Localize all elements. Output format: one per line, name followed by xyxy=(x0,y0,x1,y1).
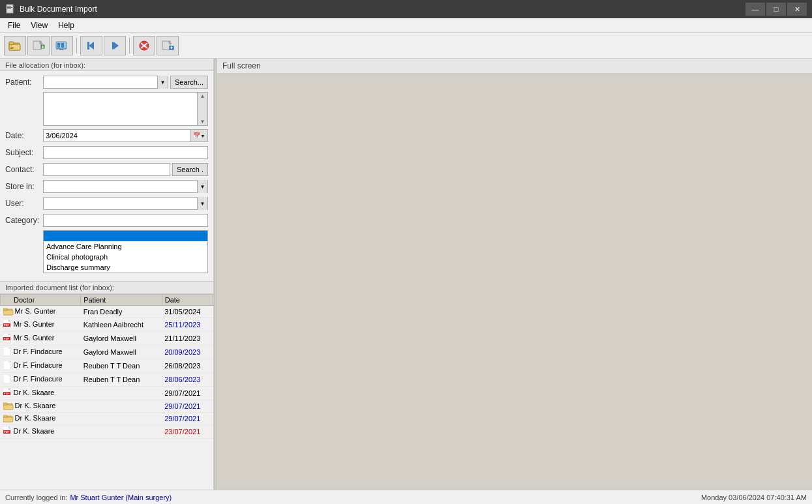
menu-file[interactable]: File xyxy=(3,20,25,31)
store-in-row: Store in: ▼ xyxy=(5,179,208,194)
doc-icon-cell: PDFDr K. Skaare xyxy=(1,425,81,439)
open-folder-btn[interactable] xyxy=(4,36,26,55)
svg-rect-8 xyxy=(10,47,14,48)
prev-btn[interactable] xyxy=(80,36,102,55)
doc-doctor: Dr K. Skaare xyxy=(14,389,55,396)
app-icon xyxy=(5,4,16,14)
patient-label: Patient: xyxy=(5,78,43,87)
doc-doctor: Mr S. Gunter xyxy=(14,334,55,342)
doc-date: 26/08/2023 xyxy=(162,359,213,373)
svg-rect-7 xyxy=(10,46,12,46)
table-row[interactable]: PDFMr S. GunterGaylord Maxwell21/11/2023 xyxy=(1,332,213,346)
doc-date: 29/07/2021 xyxy=(162,400,213,413)
category-input[interactable] xyxy=(43,214,208,227)
doc-date: 31/05/2024 xyxy=(162,306,213,318)
doc-date: 25/11/2023 xyxy=(162,318,213,332)
scroll-up-arrow[interactable]: ▲ xyxy=(200,93,205,99)
table-row[interactable]: Mr S. GunterFran Deadly31/05/2024 xyxy=(1,306,213,318)
doc-icon xyxy=(3,375,14,383)
svg-rect-57 xyxy=(3,417,13,422)
maximize-button[interactable]: □ xyxy=(766,3,786,16)
doc-patient xyxy=(81,400,162,413)
svg-rect-19 xyxy=(59,49,63,50)
table-row[interactable]: PDFDr K. Skaare29/07/2021 xyxy=(1,387,213,400)
patient-notes-wrapper: ▲ ▼ xyxy=(43,92,208,126)
doc-patient: Reuben T T Dean xyxy=(81,359,162,373)
patient-select[interactable] xyxy=(43,76,168,89)
doc-doctor: Dr K. Skaare xyxy=(15,402,56,409)
patient-notes-textarea[interactable] xyxy=(43,92,198,126)
doc-icon-cell: PDFMr S. Gunter xyxy=(1,332,81,346)
date-input[interactable] xyxy=(43,129,190,142)
doc-icon: PDF xyxy=(3,320,14,328)
status-left: Currently logged in: Mr Stuart Gunter (M… xyxy=(5,494,172,501)
nav-btn[interactable] xyxy=(104,36,126,55)
doc-icon-cell: Dr K. Skaare xyxy=(1,413,81,425)
table-row[interactable]: PDFMr S. GunterKathleen Aalbrecht25/11/2… xyxy=(1,318,213,332)
docs-table-wrapper: Doctor Patient Date Mr S. GunterFran Dea… xyxy=(0,294,213,490)
svg-rect-33 xyxy=(3,310,13,315)
patient-search-button[interactable]: Search... xyxy=(170,76,208,89)
doc-icon: PDF xyxy=(3,334,14,342)
subject-input[interactable] xyxy=(43,146,208,159)
subject-row: Subject: xyxy=(5,145,208,160)
form-area: Patient: ▼ Search... ▲ ▼ Date: xyxy=(0,71,213,281)
scroll-down-arrow[interactable]: ▼ xyxy=(200,119,205,125)
category-item-blank[interactable] xyxy=(44,231,207,241)
store-in-label: Store in: xyxy=(5,182,43,191)
import-btn[interactable] xyxy=(157,36,179,55)
date-row: Date: 📅 ▼ xyxy=(5,128,208,143)
doc-date: 20/09/2023 xyxy=(162,346,213,359)
contact-input[interactable] xyxy=(43,163,170,176)
store-in-select[interactable] xyxy=(43,180,208,193)
status-datetime: Monday 03/06/2024 07:40:31 AM xyxy=(701,494,807,501)
menu-view[interactable]: View xyxy=(25,20,53,31)
doc-patient xyxy=(81,387,162,400)
subject-label: Subject: xyxy=(5,148,43,157)
table-row[interactable]: Dr K. Skaare29/07/2021 xyxy=(1,400,213,413)
doc-doctor: Dr F. Findacure xyxy=(14,348,63,355)
category-dropdown: Advance Care Planning Clinical photograp… xyxy=(43,230,208,273)
settings-btn[interactable] xyxy=(51,36,73,55)
doc-patient xyxy=(81,413,162,425)
col-doctor: Doctor xyxy=(1,295,81,306)
doc-date: 23/07/2021 xyxy=(162,425,213,439)
toolbar-separator-1 xyxy=(76,38,77,53)
col-date: Date xyxy=(162,295,213,306)
logged-in-label: Currently logged in: xyxy=(5,494,67,501)
table-row[interactable]: Dr F. FindacureGaylord Maxwell20/09/2023 xyxy=(1,346,213,359)
contact-search-button[interactable]: Search . xyxy=(172,163,208,176)
date-picker-btn[interactable]: 📅 ▼ xyxy=(190,129,208,142)
close-button[interactable]: ✕ xyxy=(787,3,807,16)
minimize-button[interactable]: — xyxy=(745,3,765,16)
user-select[interactable] xyxy=(43,197,208,210)
doc-patient: Reuben T T Dean xyxy=(81,373,162,387)
contact-row: Contact: Search . xyxy=(5,162,208,177)
category-item-advance-care[interactable]: Advance Care Planning xyxy=(44,241,207,252)
svg-rect-16 xyxy=(57,43,60,48)
doc-patient: Fran Deadly xyxy=(81,306,162,318)
svg-rect-58 xyxy=(3,415,7,417)
table-row[interactable]: Dr F. FindacureReuben T T Dean28/06/2023 xyxy=(1,373,213,387)
doc-icon-cell: Dr F. Findacure xyxy=(1,346,81,359)
svg-marker-23 xyxy=(113,42,119,50)
full-screen-bar: Full screen xyxy=(217,59,812,74)
svg-rect-9 xyxy=(10,48,13,49)
doc-icon xyxy=(3,361,14,369)
left-panel: File allocation (for inbox): Patient: ▼ … xyxy=(0,59,214,490)
stop-btn[interactable] xyxy=(133,36,155,55)
table-row[interactable]: Dr F. FindacureReuben T T Dean26/08/2023 xyxy=(1,359,213,373)
export-btn[interactable] xyxy=(27,36,50,55)
doc-icon xyxy=(3,402,15,409)
category-item-clinical-photo[interactable]: Clinical photograph xyxy=(44,252,207,262)
category-row: Category: xyxy=(5,213,208,228)
menu-help[interactable]: Help xyxy=(53,20,80,31)
category-item-discharge[interactable]: Discharge summary xyxy=(44,262,207,273)
status-bar: Currently logged in: Mr Stuart Gunter (M… xyxy=(0,490,812,504)
patient-select-wrapper: ▼ xyxy=(43,76,168,89)
doc-patient xyxy=(81,425,162,439)
table-row[interactable]: Dr K. Skaare29/07/2021 xyxy=(1,413,213,425)
table-row[interactable]: PDFDr K. Skaare23/07/2021 xyxy=(1,425,213,439)
doc-icon xyxy=(3,348,14,355)
category-label: Category: xyxy=(5,216,43,225)
